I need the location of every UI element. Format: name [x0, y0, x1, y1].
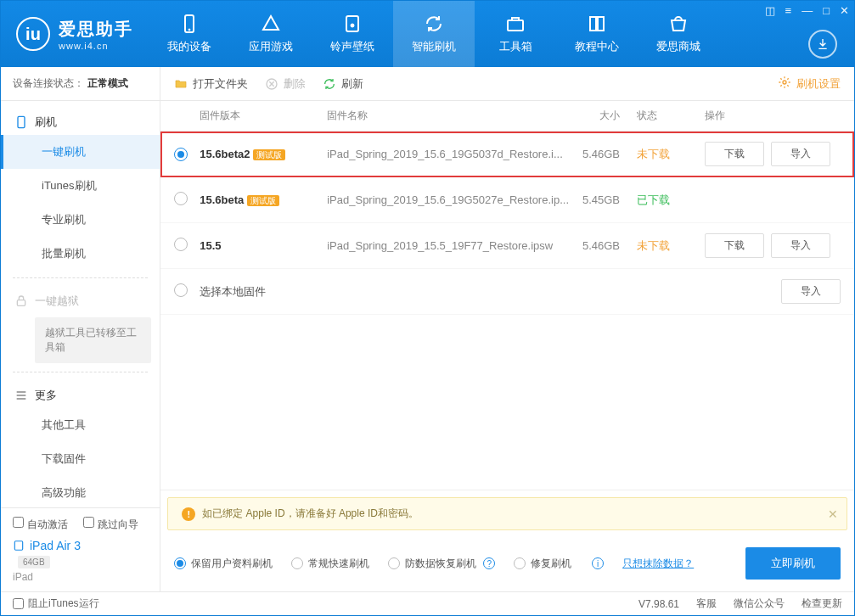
- nav-tutorial[interactable]: 教程中心: [556, 1, 638, 67]
- logo: iu 爱思助手 www.i4.cn: [1, 17, 149, 51]
- win-skin-icon[interactable]: ◫: [765, 4, 775, 17]
- flash-now-button[interactable]: 立即刷机: [745, 547, 841, 580]
- fw-status: 已下载: [637, 193, 705, 208]
- nav-ringtone[interactable]: 铃声壁纸: [312, 1, 393, 67]
- download-manager-button[interactable]: [808, 30, 837, 59]
- device-name[interactable]: iPad Air 3: [13, 539, 148, 552]
- main-content: 打开文件夹 删除 刷新 刷机设置 固件版本 固件名称 大小 状态 操作: [160, 67, 854, 591]
- nav-flash[interactable]: 智能刷机: [393, 1, 475, 67]
- import-button[interactable]: 导入: [771, 142, 830, 166]
- app-name: 爱思助手: [59, 18, 133, 41]
- wechat-link[interactable]: 微信公众号: [734, 596, 785, 611]
- sidebar-item-advanced[interactable]: 高级功能: [1, 476, 160, 507]
- footer: 阻止iTunes运行 V7.98.61 客服 微信公众号 检查更新: [1, 591, 854, 615]
- opt-repair[interactable]: 修复刷机: [514, 557, 571, 571]
- import-button[interactable]: 导入: [771, 233, 830, 258]
- sidebar-item-onekey[interactable]: 一键刷机: [1, 135, 160, 169]
- lock-icon: [14, 294, 28, 308]
- svg-point-9: [783, 81, 786, 84]
- fw-size: 5.45GB: [569, 193, 637, 206]
- flash-options: 保留用户资料刷机 常规快速刷机 防数据恢复刷机? 修复刷机 i 只想抹除数据？ …: [160, 537, 854, 591]
- info-icon[interactable]: ?: [483, 557, 495, 569]
- device-icon: [179, 14, 200, 34]
- store-icon: [668, 14, 689, 34]
- download-icon: [816, 37, 830, 51]
- folder-icon: [174, 77, 188, 91]
- sidebar-group-flash[interactable]: 刷机: [1, 106, 160, 135]
- win-close-icon[interactable]: ✕: [840, 4, 849, 17]
- auto-activate-checkbox[interactable]: 自动激活: [13, 517, 68, 532]
- phone-icon: [14, 115, 28, 129]
- win-max-icon[interactable]: □: [823, 4, 830, 17]
- nav-toolbox[interactable]: 工具箱: [475, 1, 556, 67]
- warning-icon: !: [182, 507, 195, 521]
- divider: [13, 277, 148, 278]
- flash-settings-button[interactable]: 刷机设置: [778, 76, 841, 92]
- delete-button: 删除: [265, 76, 306, 92]
- opt-anti-loss[interactable]: 防数据恢复刷机?: [388, 557, 495, 571]
- download-button[interactable]: 下载: [705, 233, 764, 258]
- window-controls: ◫ ≡ ― □ ✕: [765, 4, 849, 17]
- sidebar-item-pro[interactable]: 专业刷机: [1, 203, 160, 237]
- sidebar-item-download-fw[interactable]: 下载固件: [1, 442, 160, 476]
- radio-local[interactable]: [174, 283, 188, 297]
- sidebar: 设备连接状态： 正常模式 刷机 一键刷机 iTunes刷机 专业刷机 批量刷机 …: [1, 67, 160, 591]
- opt-fast[interactable]: 常规快速刷机: [291, 557, 369, 571]
- info-icon[interactable]: i: [592, 557, 604, 569]
- close-icon[interactable]: ✕: [828, 507, 838, 521]
- check-update-link[interactable]: 检查更新: [802, 596, 842, 611]
- col-name: 固件名称: [327, 109, 569, 123]
- erase-link[interactable]: 只想抹除数据？: [622, 557, 694, 571]
- win-menu-icon[interactable]: ≡: [785, 4, 792, 17]
- radio-select[interactable]: [174, 238, 188, 251]
- svg-rect-5: [18, 116, 25, 127]
- fw-version: 15.6beta2测试版: [200, 148, 327, 161]
- sidebar-item-batch[interactable]: 批量刷机: [1, 237, 160, 271]
- sidebar-group-jailbreak: 一键越狱: [1, 285, 160, 314]
- svg-rect-6: [17, 300, 25, 306]
- nav-store[interactable]: 爱思商城: [638, 1, 719, 67]
- book-icon: [587, 14, 607, 34]
- storage-badge: 64GB: [18, 556, 50, 568]
- fw-status: 未下载: [637, 147, 705, 162]
- fw-size: 5.46GB: [569, 148, 637, 160]
- fw-version: 15.6beta测试版: [200, 193, 327, 207]
- win-min-icon[interactable]: ―: [802, 4, 813, 17]
- device-type: iPad: [13, 571, 148, 583]
- version-label: V7.98.61: [638, 598, 679, 610]
- open-folder-button[interactable]: 打开文件夹: [174, 76, 248, 92]
- refresh-button[interactable]: 刷新: [323, 76, 363, 92]
- gear-icon: [778, 76, 791, 92]
- top-nav: 我的设备 应用游戏 铃声壁纸 智能刷机 工具箱 教程中心 爱思商城: [149, 1, 719, 67]
- fw-name: iPad_Spring_2019_15.5_19F77_Restore.ipsw: [327, 239, 569, 252]
- opt-keep-data[interactable]: 保留用户资料刷机: [174, 557, 273, 571]
- skip-guide-checkbox[interactable]: 跳过向导: [83, 517, 138, 532]
- col-ops: 操作: [705, 109, 841, 123]
- nav-my-device[interactable]: 我的设备: [149, 1, 230, 67]
- tablet-icon: [13, 540, 25, 552]
- apps-icon: [261, 14, 281, 34]
- toolbox-icon: [505, 14, 526, 34]
- block-itunes-checkbox[interactable]: 阻止iTunes运行: [13, 596, 99, 611]
- col-size: 大小: [569, 109, 637, 123]
- svg-rect-4: [508, 20, 523, 31]
- col-version: 固件版本: [200, 109, 327, 123]
- table-header: 固件版本 固件名称 大小 状态 操作: [160, 101, 854, 132]
- fw-name: iPad_Spring_2019_15.6_19G5037d_Restore.i…: [327, 148, 569, 160]
- warning-text: 如已绑定 Apple ID，请准备好 Apple ID和密码。: [202, 507, 419, 521]
- radio-select[interactable]: [174, 192, 188, 205]
- sidebar-item-other-tools[interactable]: 其他工具: [1, 408, 160, 442]
- refresh-icon: [323, 77, 336, 91]
- download-button[interactable]: 下载: [705, 142, 764, 166]
- delete-icon: [265, 77, 278, 91]
- radio-select[interactable]: [174, 148, 188, 161]
- jailbreak-note: 越狱工具已转移至工具箱: [35, 317, 151, 363]
- sidebar-group-more[interactable]: 更多: [1, 379, 160, 408]
- nav-apps[interactable]: 应用游戏: [230, 1, 312, 67]
- device-panel: 自动激活 跳过向导 iPad Air 3 64GB iPad: [1, 507, 160, 591]
- sidebar-item-itunes[interactable]: iTunes刷机: [1, 169, 160, 203]
- support-link[interactable]: 客服: [696, 596, 717, 611]
- firmware-row: 15.5 iPad_Spring_2019_15.5_19F77_Restore…: [160, 223, 854, 269]
- header: iu 爱思助手 www.i4.cn 我的设备 应用游戏 铃声壁纸 智能刷机 工具…: [1, 1, 854, 67]
- import-button[interactable]: 导入: [781, 279, 841, 304]
